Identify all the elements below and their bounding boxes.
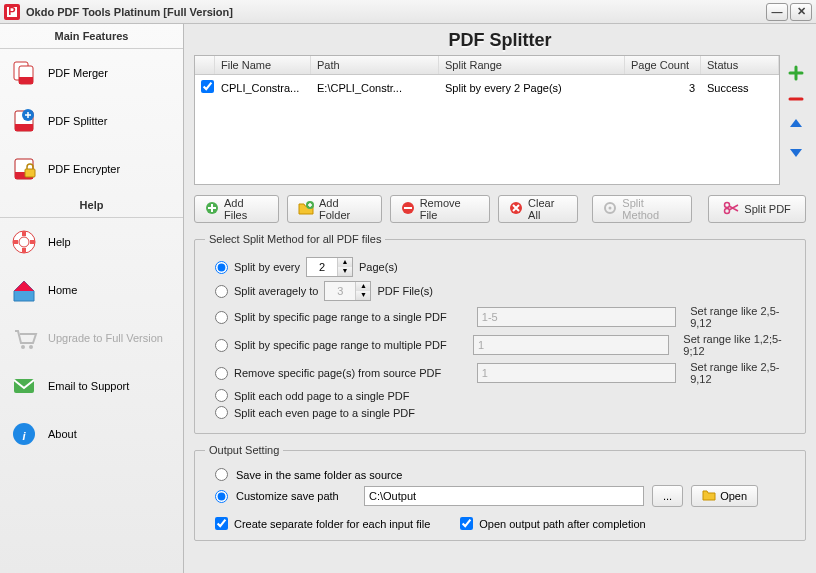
move-up-button[interactable]	[788, 117, 804, 133]
cart-icon	[10, 324, 38, 352]
radio-remove-pages[interactable]	[215, 367, 228, 380]
clear-all-button[interactable]: Clear All	[498, 195, 578, 223]
column-checkbox[interactable]	[195, 56, 215, 74]
page-title: PDF Splitter	[194, 30, 806, 51]
svg-point-24	[609, 207, 612, 210]
split-method-button: Split Method	[592, 195, 692, 223]
column-split-range[interactable]: Split Range	[439, 56, 625, 74]
plus-icon	[205, 201, 219, 217]
radio-range-single[interactable]	[215, 311, 228, 324]
btn-label: Add Folder	[319, 197, 371, 221]
sidebar-item-help[interactable]: Help	[0, 218, 183, 266]
column-page-count[interactable]: Page Count	[625, 56, 701, 74]
sidebar-item-home[interactable]: Home	[0, 266, 183, 314]
close-button[interactable]: ✕	[790, 3, 812, 21]
chk-open-after[interactable]	[460, 517, 473, 530]
minus-icon	[401, 201, 415, 217]
move-down-button[interactable]	[788, 143, 804, 159]
split-method-legend: Select Split Method for all PDF files	[205, 233, 385, 245]
average-suffix: PDF File(s)	[377, 285, 433, 297]
svg-point-26	[725, 209, 730, 214]
sidebar-item-pdf-encrypter[interactable]: PDF Encrypter	[0, 145, 183, 193]
label-open-after: Open output path after completion	[479, 518, 645, 530]
label-split-odd: Split each odd page to a single PDF	[234, 390, 410, 402]
column-path[interactable]: Path	[311, 56, 439, 74]
radio-save-same-folder[interactable]	[215, 468, 228, 481]
row-pagecount: 3	[625, 80, 701, 96]
file-table: File Name Path Split Range Page Count St…	[194, 55, 780, 185]
sidebar-item-pdf-merger[interactable]: PDF Merger	[0, 49, 183, 97]
row-checkbox[interactable]	[201, 80, 214, 93]
radio-range-multi[interactable]	[215, 339, 228, 352]
open-label: Open	[720, 490, 747, 502]
label-range-multi: Split by specific page range to multiple…	[234, 339, 467, 351]
svg-point-13	[19, 237, 29, 247]
minimize-button[interactable]: —	[766, 3, 788, 21]
row-status: Success	[701, 80, 779, 96]
label-split-average: Split averagely to	[234, 285, 318, 297]
sidebar-item-label: PDF Splitter	[48, 115, 107, 127]
info-icon: i	[10, 420, 38, 448]
remove-file-button[interactable]: Remove File	[390, 195, 490, 223]
table-row[interactable]: CPLI_Constra... E:\CPLI_Constr... Split …	[195, 75, 779, 100]
spin-up-icon[interactable]: ▲	[338, 258, 352, 267]
every-value[interactable]	[307, 258, 337, 276]
chk-separate-folder[interactable]	[215, 517, 228, 530]
add-folder-button[interactable]: Add Folder	[287, 195, 382, 223]
radio-split-every[interactable]	[215, 261, 228, 274]
sidebar-item-email-support[interactable]: Email to Support	[0, 362, 183, 410]
sidebar-item-pdf-splitter[interactable]: PDF Splitter	[0, 97, 183, 145]
split-icon	[10, 107, 38, 135]
svg-rect-5	[19, 77, 33, 84]
output-path-input[interactable]	[364, 486, 644, 506]
column-status[interactable]: Status	[701, 56, 779, 74]
browse-button[interactable]: ...	[652, 485, 683, 507]
gear-icon	[603, 201, 617, 217]
split-pdf-button[interactable]: Split PDF	[708, 195, 806, 223]
lock-icon	[10, 155, 38, 183]
svg-point-25	[725, 203, 730, 208]
app-icon: P	[4, 4, 20, 20]
radio-custom-path[interactable]	[215, 490, 228, 503]
range-multi-hint: Set range like 1,2;5-9;12	[683, 333, 795, 357]
svg-point-15	[29, 345, 33, 349]
range-multi-input	[473, 335, 669, 355]
radio-split-even[interactable]	[215, 406, 228, 419]
every-suffix: Page(s)	[359, 261, 398, 273]
range-single-hint: Set range like 2,5-9,12	[690, 305, 795, 329]
merge-icon	[10, 59, 38, 87]
label-separate-folder: Create separate folder for each input fi…	[234, 518, 430, 530]
remove-row-button[interactable]	[788, 91, 804, 107]
radio-split-average[interactable]	[215, 285, 228, 298]
scissors-icon	[723, 201, 739, 217]
mail-icon	[10, 372, 38, 400]
output-setting-group: Output Setting Save in the same folder a…	[194, 444, 806, 541]
clear-icon	[509, 201, 523, 217]
content-area: PDF Splitter File Name Path Split Range …	[184, 24, 816, 573]
spin-up-icon: ▲	[356, 282, 370, 291]
average-value	[325, 282, 355, 300]
btn-label: Split Method	[622, 197, 681, 221]
btn-label: Split PDF	[744, 203, 790, 215]
row-path: E:\CPLI_Constr...	[311, 80, 439, 96]
label-custom-path: Customize save path	[236, 490, 356, 502]
sidebar-item-about[interactable]: i About	[0, 410, 183, 458]
remove-pages-input	[477, 363, 676, 383]
svg-rect-16	[14, 379, 34, 393]
radio-split-odd[interactable]	[215, 389, 228, 402]
svg-rect-7	[15, 124, 33, 131]
folder-icon	[702, 489, 716, 503]
home-icon	[10, 276, 38, 304]
spin-down-icon: ▼	[356, 291, 370, 300]
sidebar-item-label: Upgrade to Full Version	[48, 332, 163, 344]
column-filename[interactable]: File Name	[215, 56, 311, 74]
open-folder-button[interactable]: Open	[691, 485, 758, 507]
spin-down-icon[interactable]: ▼	[338, 267, 352, 276]
range-single-input	[477, 307, 676, 327]
every-spinner[interactable]: ▲▼	[306, 257, 353, 277]
add-row-button[interactable]	[788, 65, 804, 81]
add-files-button[interactable]: Add Files	[194, 195, 279, 223]
btn-label: Remove File	[420, 197, 479, 221]
row-range: Split by every 2 Page(s)	[439, 80, 625, 96]
sidebar-header-help: Help	[0, 193, 183, 218]
